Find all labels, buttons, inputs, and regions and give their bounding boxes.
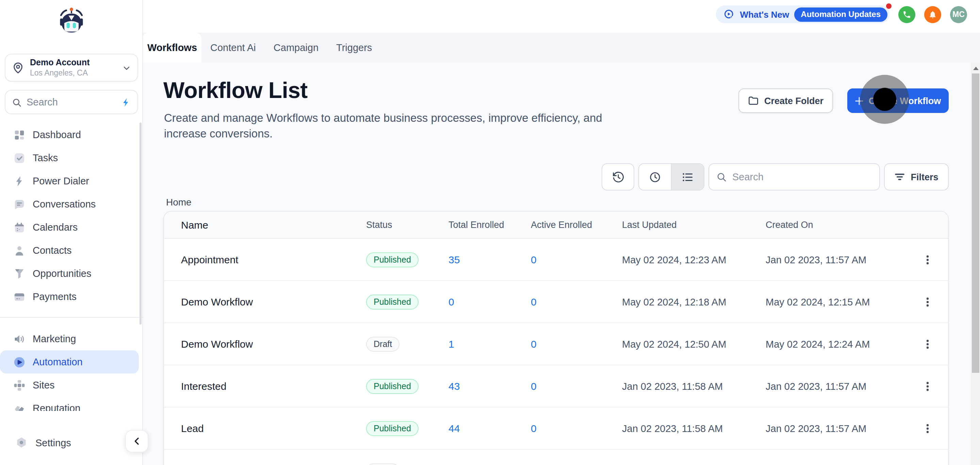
status-badge: Published [366,252,418,267]
sidebar-item-label: Automation [33,357,83,367]
sidebar-item-settings[interactable]: Settings [0,431,143,454]
row-menu-button[interactable] [920,420,936,436]
sidebar-item-opportunities[interactable]: Opportunities [0,262,143,285]
sidebar-item-label: Marketing [33,333,76,344]
table-row[interactable]: Lead Published 44 0 Jan 02 2023, 11:58 A… [164,408,948,450]
total-enrolled-link[interactable]: 0 [449,295,454,307]
sidebar-item-calendars[interactable]: Calendars [0,216,143,239]
row-menu-button[interactable] [920,336,936,352]
table-row[interactable]: Demo Workflow Draft 1 0 May 02 2024, 12:… [164,323,948,365]
table-header: Name Status Total Enrolled Active Enroll… [164,211,948,239]
sidebar-item-sites[interactable]: Sites [0,373,143,397]
whats-new-label: What's New [740,9,789,19]
sidebar-item-tasks[interactable]: Tasks [0,146,143,170]
chevron-down-icon [122,63,131,73]
sidebar-item-automation[interactable]: Automation [0,350,139,373]
opportunities-icon [13,267,25,279]
column-header-name: Name [164,219,366,231]
status-badge: Published [366,379,418,394]
status-badge: Published [366,421,418,436]
row-menu-button[interactable] [920,294,936,310]
created-on: Jan 02 2023, 11:57 AM [765,254,920,265]
last-updated: May 02 2024, 12:18 AM [622,296,765,307]
list-toolbar: Filters [601,163,949,190]
sidebar-item-conversations[interactable]: Conversations [0,192,143,216]
total-enrolled-link[interactable]: 44 [449,422,460,434]
row-menu-button[interactable] [920,378,936,394]
active-enrolled-link[interactable]: 0 [531,422,537,434]
sidebar-item-power-dialer[interactable]: Power Dialer [0,170,143,192]
active-enrolled-link[interactable]: 0 [531,254,537,265]
workflow-table: Name Status Total Enrolled Active Enroll… [163,211,949,465]
sidebar-item-label: Sites [33,379,55,390]
create-folder-button[interactable]: Create Folder [738,89,833,113]
notifications-bell-button[interactable] [924,6,941,23]
column-header-active-enrolled: Active Enrolled [531,220,622,230]
page-subtitle: Create and manage Workflows to automate … [164,110,644,141]
sidebar-search-input[interactable] [27,97,121,108]
history-button[interactable] [601,163,634,190]
payments-icon [13,290,25,303]
sidebar-collapse-button[interactable] [125,430,148,452]
user-avatar[interactable]: MC [950,6,967,23]
total-enrolled-link[interactable]: 43 [449,380,460,392]
sidebar-item-payments[interactable]: Payments [0,285,143,308]
sidebar-item-label: Tasks [33,152,58,163]
announcement-icon [724,8,735,20]
reputation-icon [13,402,25,411]
whatsapp-button[interactable] [898,6,915,23]
account-switcher[interactable]: Demo Account Los Angeles, CA [5,54,138,82]
tab-triggers[interactable]: Triggers [327,33,381,63]
sidebar-item-marketing[interactable]: Marketing [0,327,143,350]
workflow-name[interactable]: Demo Workflow [164,296,366,308]
tab-campaign[interactable]: Campaign [265,33,327,63]
filters-button[interactable]: Filters [884,163,949,190]
workflow-name[interactable]: Appointment [164,254,366,265]
tabbar: Workflows Content Ai Campaign Triggers [143,33,980,63]
active-enrolled-link[interactable]: 0 [531,295,537,307]
notification-dot [886,3,891,9]
breadcrumb[interactable]: Home [166,197,192,208]
main-scrollbar[interactable] [971,63,980,465]
account-name: Demo Account [30,58,122,68]
sidebar-item-reputation[interactable]: Reputation [0,397,143,411]
workflow-name[interactable]: Interested [164,380,366,392]
brand-robot-logo-icon [56,5,87,37]
tab-content-ai[interactable]: Content Ai [202,33,265,63]
sidebar-item-label: Contacts [33,245,72,256]
sidebar-item-label: Conversations [33,198,95,209]
table-row[interactable]: Interested Published 43 0 Jan 02 2023, 1… [164,365,948,408]
total-enrolled-link[interactable]: 1 [449,338,454,349]
workflow-name[interactable]: Demo Workflow [164,338,366,350]
active-enrolled-link[interactable]: 0 [531,380,537,392]
last-updated: Jan 02 2023, 11:58 AM [622,381,765,392]
column-header-last-updated: Last Updated [622,220,765,230]
settings-label: Settings [35,438,71,448]
create-workflow-button[interactable]: Create Workflow [847,89,949,113]
scrollbar-thumb[interactable] [972,73,979,373]
view-toggle [638,163,705,190]
whats-new-button[interactable]: What's New Automation Updates [716,5,889,23]
table-row[interactable]: Demo Workflow Published 0 0 May 02 2024,… [164,281,948,323]
sidebar-divider [0,317,143,318]
active-enrolled-link[interactable]: 0 [531,338,537,349]
quick-actions-bolt-icon[interactable] [121,97,131,107]
last-updated: May 02 2024, 12:23 AM [622,254,765,265]
column-header-status: Status [366,220,449,230]
row-menu-button[interactable] [920,251,936,268]
workflow-name[interactable]: Lead [164,422,366,434]
tab-workflows[interactable]: Workflows [143,33,202,63]
table-row[interactable]: Draft [164,450,948,465]
sidebar-item-contacts[interactable]: Contacts [0,239,143,262]
table-row[interactable]: Appointment Published 35 0 May 02 2024, … [164,239,948,281]
list-view-button[interactable] [671,164,704,190]
automation-updates-badge[interactable]: Automation Updates [794,7,888,21]
total-enrolled-link[interactable]: 35 [449,254,460,265]
scroll-up-arrow-icon[interactable] [973,67,978,70]
settings-gear-icon [16,437,28,449]
workflow-search-input[interactable] [732,171,872,183]
timeline-view-button[interactable] [639,164,671,190]
sidebar-scrollbar[interactable] [139,122,142,325]
dashboard-icon [13,129,25,141]
sidebar-item-dashboard[interactable]: Dashboard [0,123,143,146]
